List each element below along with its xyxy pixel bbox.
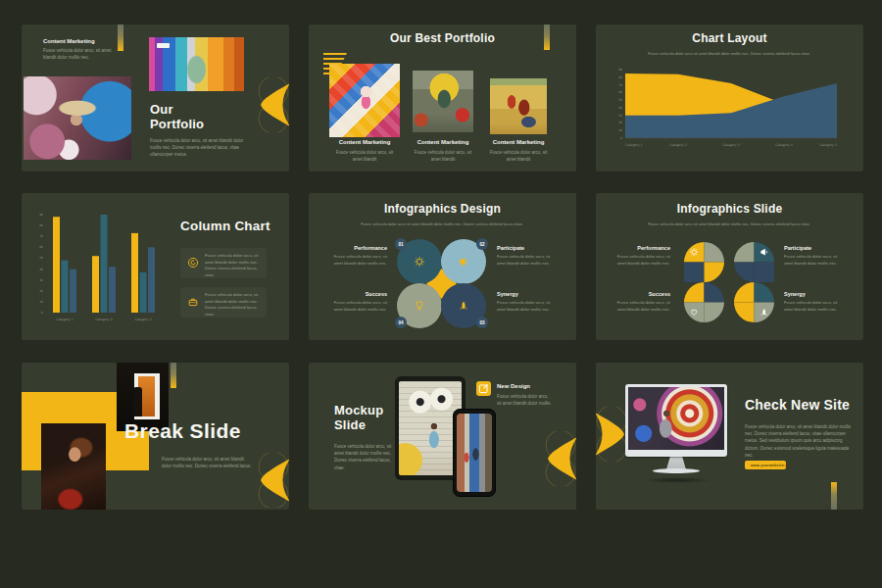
pen-square-icon [476, 381, 491, 396]
feature-label: New Design [497, 383, 530, 389]
slide-infographics-slide[interactable]: Infographics Slide Fusce vehicula dolor … [596, 193, 863, 340]
monitor-shadow [643, 477, 711, 483]
slide-break[interactable]: Break Slide Fusce vehicula dolor arcu, s… [22, 363, 289, 510]
slide-caption: Fusce vehicula dolor arcu, sit amet blan… [334, 443, 393, 471]
petal-decoration [596, 407, 628, 462]
info-item-caption: Fusce vehicula dolor arcu, sit amet blan… [612, 300, 670, 313]
info-item-caption: Fusce vehicula dolor arcu, sit amet blan… [497, 254, 556, 267]
svg-text:20: 20 [618, 121, 622, 124]
info-item-caption: Fusce vehicula dolor arcu, sit amet blan… [784, 300, 843, 313]
photo-tag [157, 43, 170, 48]
petal-decoration [544, 431, 576, 486]
petal-icon [257, 77, 289, 132]
slide-title: Check New Site [745, 398, 850, 414]
feature-card-text: Fusce vehicula dolor arcu, sit amet blan… [205, 253, 262, 278]
portfolio-photo-graffiti-girl [413, 71, 473, 132]
feature-caption: Fusce vehicula dolor arcu, sit amet blan… [497, 393, 554, 407]
slide-title: Infographics Slide [596, 203, 863, 216]
phone-screen [457, 414, 492, 492]
svg-text:30: 30 [39, 278, 43, 282]
svg-text:50: 50 [618, 98, 622, 102]
circle-infographic: 01 02 04 03 [393, 236, 491, 330]
svg-text:Category 3: Category 3 [134, 318, 152, 321]
gradient-bar-decoration [118, 24, 123, 51]
slide-title: Break Slide [124, 419, 241, 443]
feature-card-text: Fusce vehicula dolor arcu, sit amet blan… [205, 292, 262, 318]
svg-text:60: 60 [618, 90, 622, 94]
break-photo-portrait [41, 423, 106, 510]
portfolio-photo-colorful-face [149, 37, 244, 91]
svg-text:70: 70 [618, 83, 622, 87]
info-item-label: Synergy [497, 291, 571, 297]
info-item-label: Participate [497, 245, 571, 251]
info-item-caption: Fusce vehicula dolor arcu, sit amet blan… [328, 300, 387, 313]
svg-text:80: 80 [39, 223, 43, 227]
petal-icon [596, 407, 628, 462]
feature-card: Fusce vehicula dolor arcu, sit amet blan… [180, 248, 267, 278]
slide-title: Mockup Slide [334, 404, 383, 432]
slide-our-best-portfolio[interactable]: Our Best Portfolio Content Marketing Fus… [309, 24, 576, 172]
gradient-bar-decoration [831, 482, 837, 510]
slide-caption: Fusce vehicula dolor arcu sit amet bland… [344, 221, 540, 227]
info-item-label: Participate [784, 245, 858, 251]
portfolio-card-caption: Fusce vehicula dolor arcu, sit amet blan… [489, 149, 548, 163]
info-item-label: Performance [598, 245, 670, 251]
info-item-label: Synergy [784, 291, 858, 297]
info-item-caption: Fusce vehicula dolor arcu, sit amet blan… [497, 300, 556, 313]
info-item-label: Success [315, 291, 387, 297]
slide-caption: Fusce vehicula dolor arcu, sit amet blan… [745, 423, 853, 459]
monitor-base [653, 468, 700, 473]
slide-title: Our Best Portfolio [309, 32, 576, 45]
svg-text:40: 40 [618, 106, 622, 110]
portfolio-photo-field [490, 78, 547, 134]
slide-title: Our Portfolio [150, 103, 204, 131]
website-button[interactable]: www.yourwebsite.com [745, 461, 786, 469]
slide-caption: Fusce vehicula dolor arcu, sit amet blan… [150, 137, 244, 159]
badge-number: 04 [398, 320, 404, 325]
svg-text:Category 3: Category 3 [722, 143, 740, 147]
feature-card: Fusce vehicula dolor arcu, sit amet blan… [180, 287, 267, 318]
portfolio-card-caption: Fusce vehicula dolor arcu, sit amet blan… [335, 149, 394, 163]
monitor-mockup [625, 384, 727, 457]
svg-text:0: 0 [41, 311, 43, 315]
template-preview-grid: Content Marketing Fusce vehicula dolor a… [0, 0, 882, 588]
info-item-caption: Fusce vehicula dolor arcu, sit amet blan… [328, 254, 387, 267]
quarter-circle-infographic [684, 242, 774, 322]
slide-column-chart[interactable]: 0102030405060708090Category 1Category 2C… [22, 193, 289, 340]
gradient-bar-decoration [544, 24, 550, 50]
area-chart: 0102030405060708090Category 1Category 2C… [610, 64, 843, 156]
svg-text:10: 10 [618, 128, 622, 132]
svg-text:0: 0 [620, 136, 622, 140]
portfolio-card-label: Content Marketing [404, 139, 482, 145]
slide-infographics-design[interactable]: Infographics Design Fusce vehicula dolor… [309, 193, 576, 340]
portfolio-card-label: Content Marketing [325, 139, 404, 145]
petal-decoration [257, 453, 289, 508]
portfolio-card-caption: Fusce vehicula dolor arcu, sit amet blan… [414, 149, 472, 163]
info-item-caption: Fusce vehicula dolor arcu, sit amet blan… [784, 254, 843, 267]
slide-caption: Fusce vehicula dolor arcu sit amet bland… [631, 221, 827, 227]
slide-chart-layout[interactable]: Chart Layout Fusce vehicula dolor arcu s… [596, 24, 863, 172]
info-item-label: Success [598, 291, 670, 297]
svg-text:40: 40 [39, 268, 43, 271]
badge-number: 01 [398, 242, 404, 247]
svg-text:Category 2: Category 2 [95, 318, 113, 321]
door-frame [134, 373, 160, 419]
silhouette-figure [133, 387, 142, 416]
slide-title: Infographics Design [309, 203, 576, 216]
svg-text:90: 90 [39, 213, 43, 217]
svg-text:Category 1: Category 1 [625, 143, 643, 147]
info-item-label: Performance [315, 245, 387, 251]
info-item-caption: Fusce vehicula dolor arcu, sit amet blan… [612, 254, 670, 267]
slide-mockup[interactable]: Mockup Slide Fusce vehicula dolor arcu, … [309, 363, 576, 510]
slide-caption: Fusce vehicula dolor arcu sit amet bland… [631, 51, 827, 57]
slide-check-new-site[interactable]: Check New Site Fusce vehicula dolor arcu… [596, 363, 863, 510]
petal-decoration [257, 77, 289, 132]
svg-text:50: 50 [39, 256, 43, 260]
monitor-screen [628, 387, 724, 450]
badge-number: 03 [479, 320, 485, 325]
slide-caption: Fusce vehicula dolor arcu, sit amet blan… [162, 456, 255, 469]
slide-our-portfolio[interactable]: Content Marketing Fusce vehicula dolor a… [22, 24, 289, 172]
phone-mockup [453, 409, 496, 497]
slide-title: Column Chart [180, 219, 270, 233]
column-chart: 0102030405060708090Category 1Category 2C… [27, 211, 172, 330]
